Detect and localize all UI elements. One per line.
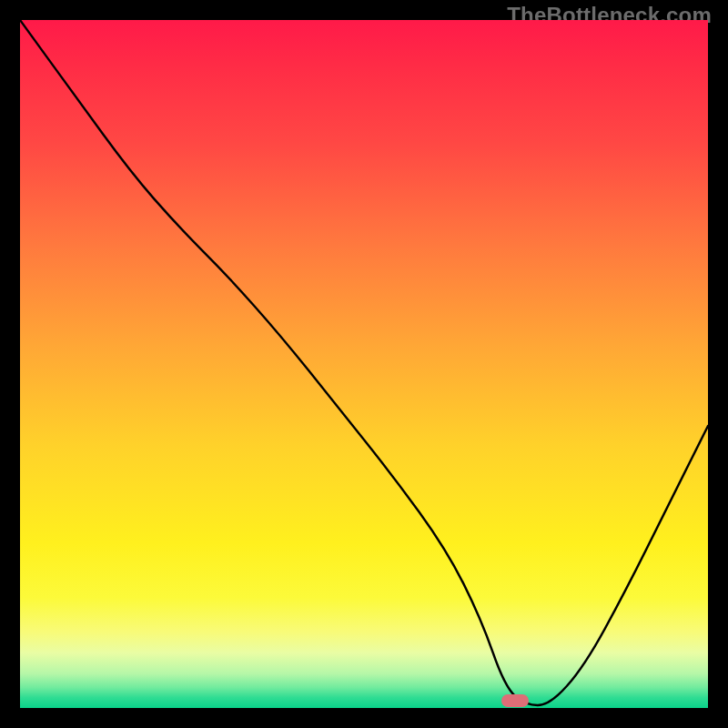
chart-frame: TheBottleneck.com (0, 0, 728, 728)
plot-area (20, 20, 708, 708)
bottleneck-curve (20, 20, 708, 708)
optimal-point-marker (501, 694, 529, 707)
